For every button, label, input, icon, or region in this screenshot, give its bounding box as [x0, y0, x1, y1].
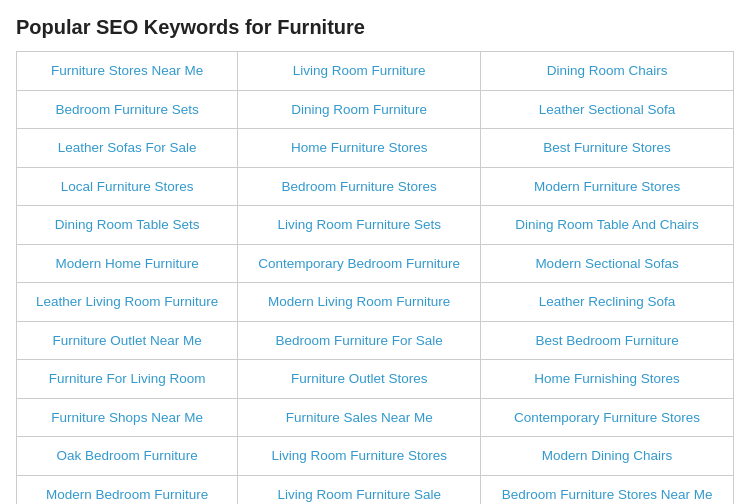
keyword-cell[interactable]: Bedroom Furniture Stores [238, 167, 481, 206]
keyword-cell[interactable]: Best Bedroom Furniture [481, 321, 734, 360]
keyword-cell[interactable]: Bedroom Furniture Stores Near Me [481, 476, 734, 504]
keyword-cell[interactable]: Furniture Stores Near Me [17, 52, 238, 91]
keyword-cell[interactable]: Living Room Furniture Sets [238, 206, 481, 245]
keyword-cell[interactable]: Furniture Sales Near Me [238, 398, 481, 437]
table-row: Local Furniture StoresBedroom Furniture … [17, 167, 734, 206]
keyword-cell[interactable]: Living Room Furniture [238, 52, 481, 91]
keyword-cell[interactable]: Home Furnishing Stores [481, 360, 734, 399]
keyword-cell[interactable]: Living Room Furniture Sale [238, 476, 481, 504]
keyword-cell[interactable]: Modern Sectional Sofas [481, 244, 734, 283]
keyword-cell[interactable]: Dining Room Furniture [238, 90, 481, 129]
table-row: Furniture For Living RoomFurniture Outle… [17, 360, 734, 399]
keyword-cell[interactable]: Leather Living Room Furniture [17, 283, 238, 322]
keyword-cell[interactable]: Contemporary Bedroom Furniture [238, 244, 481, 283]
keywords-table: Furniture Stores Near MeLiving Room Furn… [16, 51, 734, 504]
table-row: Furniture Shops Near MeFurniture Sales N… [17, 398, 734, 437]
keyword-cell[interactable]: Modern Furniture Stores [481, 167, 734, 206]
table-row: Dining Room Table SetsLiving Room Furnit… [17, 206, 734, 245]
keyword-cell[interactable]: Furniture Shops Near Me [17, 398, 238, 437]
table-row: Leather Living Room FurnitureModern Livi… [17, 283, 734, 322]
keyword-cell[interactable]: Leather Sectional Sofa [481, 90, 734, 129]
keyword-cell[interactable]: Furniture Outlet Near Me [17, 321, 238, 360]
keyword-cell[interactable]: Furniture Outlet Stores [238, 360, 481, 399]
table-row: Oak Bedroom FurnitureLiving Room Furnitu… [17, 437, 734, 476]
keyword-cell[interactable]: Oak Bedroom Furniture [17, 437, 238, 476]
keyword-cell[interactable]: Dining Room Table And Chairs [481, 206, 734, 245]
table-row: Modern Home FurnitureContemporary Bedroo… [17, 244, 734, 283]
keyword-cell[interactable]: Leather Sofas For Sale [17, 129, 238, 168]
table-row: Modern Bedroom FurnitureLiving Room Furn… [17, 476, 734, 504]
table-row: Furniture Outlet Near MeBedroom Furnitur… [17, 321, 734, 360]
keyword-cell[interactable]: Best Furniture Stores [481, 129, 734, 168]
keyword-cell[interactable]: Home Furniture Stores [238, 129, 481, 168]
keyword-cell[interactable]: Local Furniture Stores [17, 167, 238, 206]
keyword-cell[interactable]: Modern Home Furniture [17, 244, 238, 283]
page-title: Popular SEO Keywords for Furniture [16, 16, 734, 39]
table-row: Bedroom Furniture SetsDining Room Furnit… [17, 90, 734, 129]
keyword-cell[interactable]: Living Room Furniture Stores [238, 437, 481, 476]
table-row: Furniture Stores Near MeLiving Room Furn… [17, 52, 734, 91]
keyword-cell[interactable]: Modern Living Room Furniture [238, 283, 481, 322]
keyword-cell[interactable]: Modern Dining Chairs [481, 437, 734, 476]
keyword-cell[interactable]: Leather Reclining Sofa [481, 283, 734, 322]
keyword-cell[interactable]: Modern Bedroom Furniture [17, 476, 238, 504]
table-row: Leather Sofas For SaleHome Furniture Sto… [17, 129, 734, 168]
keyword-cell[interactable]: Bedroom Furniture Sets [17, 90, 238, 129]
keyword-cell[interactable]: Bedroom Furniture For Sale [238, 321, 481, 360]
keyword-cell[interactable]: Dining Room Table Sets [17, 206, 238, 245]
keyword-cell[interactable]: Furniture For Living Room [17, 360, 238, 399]
keyword-cell[interactable]: Dining Room Chairs [481, 52, 734, 91]
keyword-cell[interactable]: Contemporary Furniture Stores [481, 398, 734, 437]
